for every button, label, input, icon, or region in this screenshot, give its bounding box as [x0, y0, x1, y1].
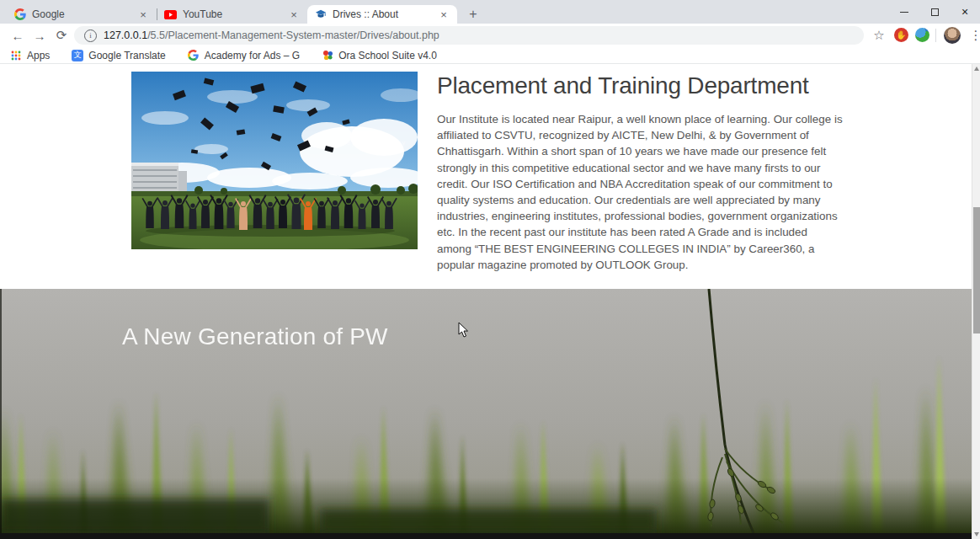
page-info-icon[interactable]: i: [84, 29, 97, 42]
youtube-logo-icon: [164, 8, 177, 21]
scrollbar-up-arrow[interactable]: [974, 67, 979, 71]
browser-toolbar: ← → ⟳ i 127.0.0.1/5.5/Placement-Manageme…: [0, 24, 980, 47]
window-controls: ×: [889, 0, 980, 24]
tab-drives-about[interactable]: Drives :: About ×: [307, 5, 457, 24]
window-close-button[interactable]: ×: [950, 0, 980, 24]
banner-section: A New Generation of PW: [0, 289, 980, 533]
graduation-cap-icon: [314, 8, 327, 21]
mouse-cursor: [458, 322, 469, 341]
google-logo-icon: [13, 8, 26, 21]
ora-school-suite-icon: [322, 50, 333, 61]
vertical-scrollbar[interactable]: [972, 64, 980, 539]
scrollbar-down-arrow[interactable]: [974, 532, 979, 536]
tab-title: Google: [32, 8, 130, 20]
bookmark-ora-school-suite[interactable]: Ora School Suite v4.0: [322, 50, 437, 61]
bookmark-star-icon[interactable]: ☆: [868, 24, 890, 47]
bookmark-academy-for-ads[interactable]: Academy for Ads – G: [188, 50, 300, 61]
scrollbar-thumb[interactable]: [973, 207, 980, 334]
graduation-photo: © Rawkey Photography: [131, 72, 418, 249]
bookmark-google-translate[interactable]: 文 Google Translate: [72, 50, 165, 61]
url-text: 127.0.0.1/5.5/Placement-Management-Syste…: [104, 29, 439, 41]
photo-watermark: © Rawkey Photography: [318, 139, 406, 147]
url-path: /5.5/Placement-Management-System-master/…: [147, 29, 439, 41]
bookmarks-bar: Apps 文 Google Translate Academy for Ads …: [0, 47, 980, 64]
reload-icon[interactable]: ⟳: [51, 24, 72, 47]
forward-icon[interactable]: →: [29, 24, 51, 47]
graduation-photo-graphic: [131, 72, 418, 249]
new-tab-button[interactable]: +: [462, 5, 484, 24]
maximize-icon: [931, 8, 939, 16]
window-maximize-button[interactable]: [919, 0, 950, 24]
window-left-edge: [0, 289, 2, 539]
close-icon: ×: [961, 5, 968, 19]
back-icon[interactable]: ←: [7, 24, 29, 47]
apps-grid-icon: [10, 50, 22, 61]
bookmark-label: Academy for Ads – G: [205, 50, 300, 61]
tab-youtube[interactable]: YouTube ×: [157, 5, 307, 24]
minimize-icon: [900, 12, 908, 13]
toolbar-divider: [935, 29, 936, 42]
translate-icon: 文: [72, 50, 83, 61]
tab-google[interactable]: Google ×: [7, 5, 157, 24]
tab-title: Drives :: About: [333, 8, 431, 20]
bookmark-label: Google Translate: [88, 50, 165, 61]
google-g-icon: [188, 50, 200, 61]
download-manager-globe-extension-icon[interactable]: [915, 28, 929, 42]
browser-menu-icon[interactable]: ⋮: [965, 24, 980, 47]
tab-close-icon[interactable]: ×: [136, 8, 150, 21]
tab-strip: Google × YouTube × Drives :: About × + ×: [0, 0, 980, 24]
url-host: 127.0.0.1: [104, 29, 147, 41]
banner-heading: A New Generation of PW: [122, 323, 388, 350]
bookmark-label: Ora School Suite v4.0: [338, 50, 437, 61]
profile-avatar[interactable]: [944, 27, 961, 44]
bookmark-apps[interactable]: Apps: [10, 50, 50, 61]
tab-title: YouTube: [183, 8, 281, 20]
adblock-hand-extension-icon[interactable]: ✋: [894, 28, 908, 42]
about-paragraph: Our Institute is located near Raipur, a …: [437, 111, 844, 273]
tab-close-icon[interactable]: ×: [287, 8, 301, 21]
page-title: Placement and Training Department: [437, 72, 875, 99]
footer-bar: [0, 533, 972, 539]
address-bar[interactable]: i 127.0.0.1/5.5/Placement-Management-Sys…: [74, 26, 864, 45]
window-minimize-button[interactable]: [889, 0, 919, 24]
tab-close-icon[interactable]: ×: [437, 8, 450, 21]
bookmark-label: Apps: [27, 50, 50, 61]
browser-window: Google × YouTube × Drives :: About × + ×…: [0, 0, 980, 539]
